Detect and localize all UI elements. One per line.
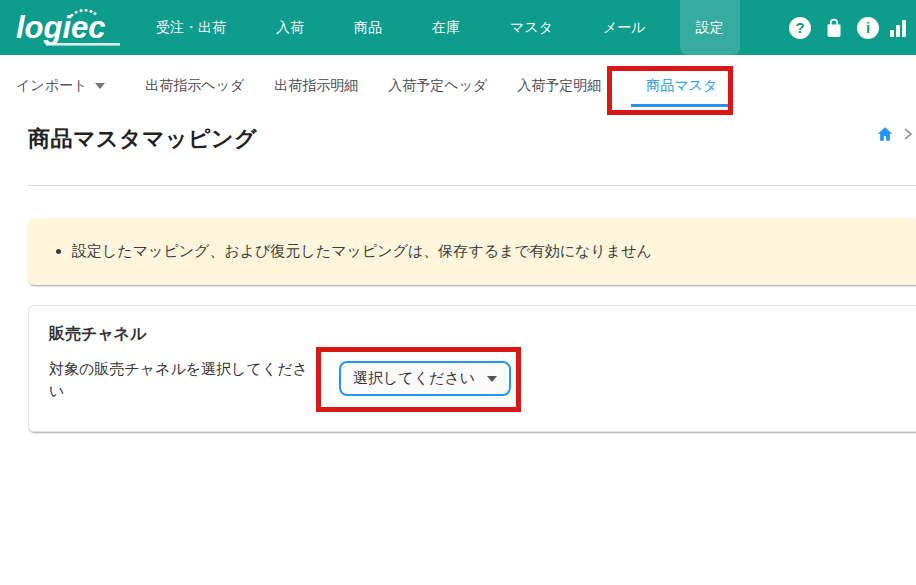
top-navigation-bar: logiec 受注・出荷 入荷 商品 在庫 マスタ メール 設定 ? i [0, 0, 916, 55]
info-icon[interactable]: i [857, 17, 879, 39]
nav-item-settings[interactable]: 設定 [680, 0, 740, 55]
sales-channel-select-value: 選択してください [353, 369, 475, 388]
tab-shipping-instruction-detail[interactable]: 出荷指示明細 [274, 77, 358, 95]
logo-text: logiec [16, 10, 106, 45]
nav-item-mail[interactable]: メール [587, 0, 662, 55]
breadcrumb [876, 125, 914, 143]
sub-tab-bar: インポート 出荷指示ヘッダ 出荷指示明細 入荷予定ヘッダ 入荷予定明細 商品マス… [0, 55, 916, 116]
nav-item-products[interactable]: 商品 [338, 0, 398, 55]
chevron-right-icon [902, 127, 914, 141]
tab-product-master[interactable]: 商品マスタ [631, 77, 732, 107]
home-icon[interactable] [876, 125, 894, 143]
main-nav: 受注・出荷 入荷 商品 在庫 マスタ メール 設定 [140, 0, 740, 55]
section-divider [28, 185, 916, 186]
notice-banner: 設定したマッピング、および復元したマッピングは、保存するまで有効になりません [28, 218, 916, 285]
import-dropdown[interactable]: インポート [16, 77, 115, 95]
panel-heading: 販売チャネル [49, 324, 903, 345]
notice-text: 設定したマッピング、および復元したマッピングは、保存するまで有効になりません [72, 242, 652, 261]
tab-arrival-schedule-header[interactable]: 入荷予定ヘッダ [388, 77, 487, 95]
panel-row: 対象の販売チャネルを選択してください 選択してください [49, 358, 903, 402]
sales-channel-description: 対象の販売チャネルを選択してください [49, 358, 311, 402]
signal-bars-icon[interactable] [890, 19, 910, 37]
app-window: logiec 受注・出荷 入荷 商品 在庫 マスタ メール 設定 ? i [0, 0, 916, 585]
help-icon[interactable]: ? [789, 17, 811, 39]
logiec-logo[interactable]: logiec [16, 6, 136, 50]
nav-item-master[interactable]: マスタ [494, 0, 569, 55]
nav-item-orders-shipping[interactable]: 受注・出荷 [140, 0, 242, 55]
tab-arrival-schedule-detail[interactable]: 入荷予定明細 [517, 77, 601, 95]
sales-channel-panel: 販売チャネル 対象の販売チャネルを選択してください 選択してください [28, 305, 916, 432]
logo-tagline-bar [46, 43, 120, 46]
page-title: 商品マスタマッピング [28, 124, 916, 154]
sales-channel-select[interactable]: 選択してください [339, 361, 511, 396]
nav-item-receiving[interactable]: 入荷 [260, 0, 320, 55]
nav-item-inventory[interactable]: 在庫 [416, 0, 476, 55]
chevron-down-icon [95, 83, 105, 89]
import-dropdown-label: インポート [16, 77, 87, 95]
header-icons: ? i [789, 0, 910, 55]
shopping-bag-icon[interactable] [822, 16, 846, 40]
caret-down-icon [487, 376, 497, 382]
tab-shipping-instruction-header[interactable]: 出荷指示ヘッダ [145, 77, 244, 95]
